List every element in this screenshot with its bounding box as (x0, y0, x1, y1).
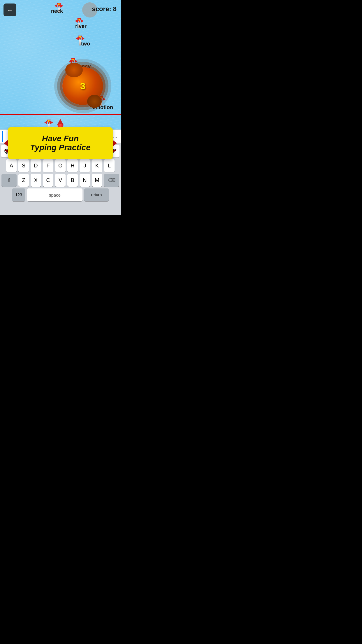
keyboard-row-2: A S D F G H J K L (0, 158, 121, 172)
keyboard: Q W E R T Y U I O P A S D F G H J K L ⇧ … (0, 143, 121, 215)
key-t[interactable]: T (49, 145, 59, 158)
score-display: score: 8 (92, 5, 117, 13)
key-f[interactable]: F (43, 159, 53, 172)
key-w[interactable]: W (13, 145, 23, 158)
key-k[interactable]: K (92, 159, 102, 172)
key-shift[interactable]: ⇧ (1, 174, 17, 187)
word-label-0: neck (51, 8, 63, 14)
input-area: Xong ... (0, 130, 121, 143)
key-backspace[interactable]: ⌫ (104, 174, 119, 187)
key-a[interactable]: A (6, 159, 17, 172)
key-l[interactable]: L (104, 159, 115, 172)
keyboard-row-3: ⇧ Z X C V B N M ⌫ (0, 172, 121, 187)
key-return[interactable]: return (84, 188, 109, 201)
game-area: ← score: 8 neck (0, 0, 121, 143)
key-e[interactable]: E (25, 145, 35, 158)
key-i[interactable]: I (85, 145, 95, 158)
danger-line (0, 114, 121, 115)
explosion: 3 (62, 67, 103, 105)
key-n[interactable]: N (80, 174, 90, 187)
key-123[interactable]: 123 (12, 188, 25, 201)
key-z[interactable]: Z (18, 174, 29, 187)
word-label-1: river (75, 23, 87, 29)
key-v[interactable]: V (55, 174, 66, 187)
key-o[interactable]: O (97, 145, 108, 158)
key-g[interactable]: G (55, 159, 66, 172)
key-r[interactable]: R (37, 145, 48, 158)
key-y[interactable]: Y (61, 145, 71, 158)
explosion-number: 3 (80, 81, 85, 92)
key-c[interactable]: C (43, 174, 53, 187)
explosion-cloud: 3 (62, 67, 103, 105)
key-j[interactable]: J (80, 159, 90, 172)
back-arrow-icon: ← (7, 7, 13, 13)
autocomplete-dots[interactable]: ... (112, 133, 118, 139)
key-m[interactable]: M (92, 174, 102, 187)
text-input[interactable] (2, 131, 96, 142)
key-q[interactable]: Q (1, 145, 11, 158)
key-d[interactable]: D (31, 159, 41, 172)
key-space[interactable]: space (27, 188, 82, 201)
key-s[interactable]: S (18, 159, 29, 172)
back-button[interactable]: ← (3, 4, 16, 16)
missile-6 (47, 120, 51, 130)
autocomplete-suggestion[interactable]: Xong (96, 133, 112, 139)
key-u[interactable]: U (73, 145, 83, 158)
keyboard-row-4: 123 space return (0, 187, 121, 201)
keyboard-row-1: Q W E R T Y U I O P (0, 143, 121, 158)
key-b[interactable]: B (67, 174, 78, 187)
key-x[interactable]: X (31, 174, 41, 187)
key-h[interactable]: H (67, 159, 78, 172)
word-label-2: two (81, 41, 90, 47)
key-p[interactable]: P (109, 145, 120, 158)
